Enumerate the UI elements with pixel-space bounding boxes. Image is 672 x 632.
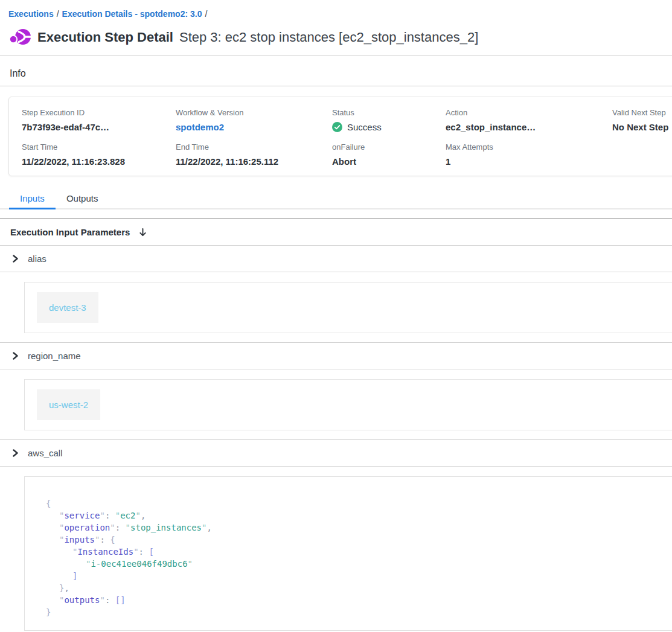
field-label: onFailure — [332, 142, 446, 152]
field-end-time: End Time 11/22/2022, 11:16:25.112 — [176, 142, 332, 167]
field-step-execution-id: Step Execution ID 7b73f93e-edaf-47c… — [22, 108, 176, 133]
field-onfailure: onFailure Abort — [332, 142, 446, 167]
code-line: "service": "ec2", — [46, 509, 672, 522]
code-line: "i-0ec41ee046f49dbc6" — [46, 558, 672, 570]
page-title: Execution Step Detail — [37, 30, 173, 45]
field-max-attempts: Max Attempts 1 — [446, 142, 612, 167]
param-row-region-name[interactable]: region_name — [0, 343, 672, 369]
field-workflow-version: Workflow & Version spotdemo2 — [176, 108, 332, 133]
field-value: 1 — [446, 156, 612, 167]
tab-bar: Inputs Outputs — [0, 190, 672, 209]
code-line: "InstanceIds": [ — [46, 546, 672, 558]
field-status: Status Success — [332, 108, 446, 133]
param-panel-aws-call: {"service": "ec2","operation": "stop_ins… — [0, 467, 672, 632]
code-line: } — [46, 606, 672, 618]
field-label: End Time — [176, 142, 332, 152]
field-label: Workflow & Version — [176, 108, 332, 117]
param-panel-alias: devtest-3 — [0, 272, 672, 343]
info-section-heading: Info — [10, 68, 672, 79]
field-label: Valid Next Step — [612, 108, 672, 117]
field-value: No Next Step — [612, 122, 672, 132]
download-arrow-icon[interactable] — [138, 228, 147, 237]
code-line: "inputs": { — [46, 534, 672, 546]
param-panel-region-name: us-west-2 — [0, 369, 672, 440]
divider — [0, 86, 672, 86]
param-row-alias[interactable]: alias — [0, 246, 672, 272]
breadcrumb: Executions/Execution Details - spotdemo2… — [0, 0, 672, 19]
tab-inputs[interactable]: Inputs — [9, 190, 56, 209]
field-value: 11/22/2022, 11:16:25.112 — [176, 156, 332, 167]
json-code-block: {"service": "ec2","operation": "stop_ins… — [24, 476, 672, 631]
divider — [0, 55, 672, 56]
param-name: region_name — [28, 351, 81, 361]
code-line: { — [46, 497, 672, 509]
field-label: Step Execution ID — [22, 108, 176, 117]
breadcrumb-separator: / — [54, 9, 62, 19]
field-label: Status — [332, 108, 446, 117]
workflow-link[interactable]: spotdemo2 — [176, 122, 224, 132]
field-empty — [612, 142, 672, 167]
execution-input-parameters-heading: Execution Input Parameters — [0, 219, 672, 246]
tab-outputs[interactable]: Outputs — [56, 190, 109, 209]
code-line: "operation": "stop_instances", — [46, 522, 672, 534]
page-subtitle: Step 3: ec2 stop instances [ec2_stop_ins… — [179, 30, 478, 45]
page-header: Execution Step Detail Step 3: ec2 stop i… — [8, 27, 672, 48]
breadcrumb-link-execution-details[interactable]: Execution Details - spotdemo2: 3.0 — [62, 9, 202, 19]
info-card: Step Execution ID 7b73f93e-edaf-47c… Wor… — [8, 97, 672, 176]
field-value: Abort — [332, 156, 446, 167]
field-label: Max Attempts — [446, 142, 612, 152]
code-line: "outputs": [] — [46, 594, 672, 606]
field-value: 7b73f93e-edaf-47c… — [22, 122, 176, 132]
chevron-right-icon — [12, 449, 19, 457]
success-check-icon — [332, 122, 342, 132]
param-value-chip: us-west-2 — [37, 389, 100, 420]
code-line: }, — [46, 582, 672, 594]
param-value-chip: devtest-3 — [37, 292, 98, 323]
chevron-right-icon — [12, 255, 19, 263]
section-heading-label: Execution Input Parameters — [10, 227, 130, 237]
field-label: Action — [446, 108, 612, 117]
status-text: Success — [347, 122, 382, 132]
field-action: Action ec2_stop_instance… — [446, 108, 612, 133]
code-line: ] — [46, 570, 672, 582]
field-valid-next-step: Valid Next Step No Next Step — [612, 108, 672, 133]
breadcrumb-link-executions[interactable]: Executions — [8, 9, 54, 19]
field-label: Start Time — [22, 142, 176, 152]
param-row-aws-call[interactable]: aws_call — [0, 440, 672, 467]
chevron-right-icon — [12, 352, 19, 360]
param-name: aws_call — [28, 448, 63, 458]
breadcrumb-separator: / — [202, 9, 210, 19]
field-start-time: Start Time 11/22/2022, 11:16:23.828 — [22, 142, 176, 167]
workflow-logo-icon — [8, 27, 33, 48]
field-value: 11/22/2022, 11:16:23.828 — [22, 156, 176, 167]
field-value: ec2_stop_instance… — [446, 122, 612, 132]
param-name: alias — [28, 254, 46, 264]
